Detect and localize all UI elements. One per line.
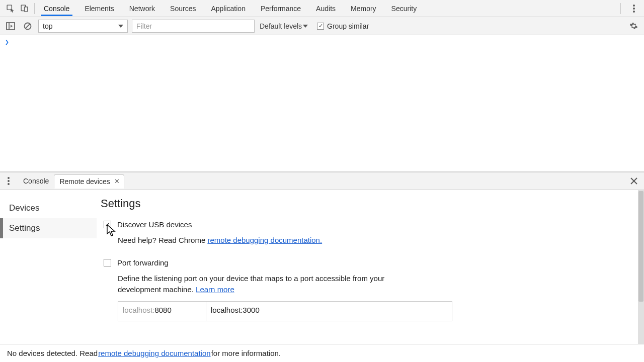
cursor-icon — [107, 224, 116, 236]
drawer-more-icon[interactable] — [4, 177, 13, 185]
checkbox-icon — [317, 23, 324, 30]
port-value: 8080 — [154, 306, 171, 314]
drawer-tab-strip: Console Remote devices ✕ — [0, 172, 644, 190]
more-options-icon[interactable] — [627, 2, 641, 16]
svg-point-3 — [633, 5, 635, 7]
tab-list: Console Elements Network Sources Applica… — [41, 1, 420, 16]
tab-memory[interactable]: Memory — [348, 1, 379, 16]
drawer-tab-remote-devices[interactable]: Remote devices ✕ — [54, 174, 124, 189]
drawer-tab-label: Remote devices — [59, 177, 110, 186]
execution-context-selector[interactable]: top — [38, 20, 128, 33]
drawer-tab-console[interactable]: Console — [18, 174, 54, 188]
divider — [620, 3, 621, 14]
port-forwarding-checkbox[interactable] — [104, 259, 111, 266]
port-input[interactable]: localhost:8080 — [118, 302, 206, 321]
tab-security[interactable]: Security — [388, 1, 420, 16]
svg-rect-2 — [24, 7, 27, 12]
learn-more-link[interactable]: Learn more — [196, 285, 234, 294]
console-body[interactable]: ❯ — [0, 35, 644, 172]
remote-devices-sidebar: Devices Settings — [0, 190, 97, 344]
sidebar-item-settings[interactable]: Settings — [0, 218, 97, 238]
tab-console[interactable]: Console — [41, 1, 72, 16]
port-hint: localhost: — [123, 306, 154, 314]
port-forwarding-label: Port forwarding — [117, 258, 169, 267]
devtools-tab-strip: Console Elements Network Sources Applica… — [0, 0, 644, 17]
console-settings-icon[interactable] — [627, 20, 640, 33]
discover-usb-help: Need help? Read Chrome remote debugging … — [118, 236, 629, 244]
device-toggle-icon[interactable] — [17, 2, 31, 16]
svg-point-5 — [633, 11, 635, 13]
scrollbar[interactable] — [638, 190, 644, 344]
group-similar-checkbox[interactable]: Group similar — [317, 22, 369, 30]
svg-point-12 — [8, 183, 10, 185]
console-prompt-icon: ❯ — [5, 38, 9, 46]
description-text: Define the listening port on your device… — [118, 274, 384, 294]
drawer-close-icon[interactable] — [628, 175, 640, 187]
inspect-icon[interactable] — [3, 2, 17, 16]
target-input[interactable]: localhost:3000 — [206, 302, 452, 321]
drawer-body: Devices Settings Settings Discover USB d… — [0, 190, 644, 344]
clear-console-icon[interactable] — [21, 20, 34, 33]
footer-doc-link[interactable]: remote debugging documentation — [98, 349, 211, 357]
svg-point-10 — [8, 177, 10, 179]
chevron-down-icon — [303, 25, 308, 28]
tab-audits[interactable]: Audits — [313, 1, 339, 16]
svg-point-4 — [633, 8, 635, 10]
help-text: Need help? Read Chrome — [118, 236, 207, 244]
log-levels-selector[interactable]: Default levels — [260, 22, 308, 30]
chevron-down-icon — [118, 25, 123, 28]
filter-input[interactable] — [132, 20, 255, 33]
toggle-sidebar-icon[interactable] — [4, 20, 17, 33]
console-toolbar: top Default levels Group similar — [0, 17, 644, 35]
close-tab-icon[interactable]: ✕ — [114, 177, 120, 185]
log-levels-value: Default levels — [260, 22, 302, 30]
remote-devices-settings-panel: Settings Discover USB devices Need help?… — [97, 190, 644, 344]
target-value: localhost:3000 — [211, 306, 260, 314]
remote-debugging-doc-link[interactable]: remote debugging documentation. — [207, 236, 322, 244]
tab-sources[interactable]: Sources — [167, 1, 199, 16]
execution-context-value: top — [43, 22, 52, 30]
tab-network[interactable]: Network — [126, 1, 158, 16]
panel-title: Settings — [101, 197, 629, 210]
port-forwarding-table: localhost:8080 localhost:3000 — [118, 301, 452, 321]
port-forwarding-description: Define the listening port on your device… — [118, 273, 420, 295]
footer-text-suffix: for more information. — [211, 349, 281, 357]
divider — [34, 3, 35, 14]
svg-line-9 — [26, 24, 30, 28]
discover-usb-label: Discover USB devices — [117, 220, 192, 229]
tab-application[interactable]: Application — [208, 1, 249, 16]
svg-point-11 — [8, 180, 10, 182]
footer-text-prefix: No devices detected. Read — [7, 349, 98, 357]
status-footer: No devices detected. Read remote debuggi… — [0, 344, 644, 362]
tab-elements[interactable]: Elements — [82, 1, 117, 16]
group-similar-label: Group similar — [327, 22, 369, 30]
sidebar-item-devices[interactable]: Devices — [0, 198, 97, 218]
tab-performance[interactable]: Performance — [258, 1, 304, 16]
